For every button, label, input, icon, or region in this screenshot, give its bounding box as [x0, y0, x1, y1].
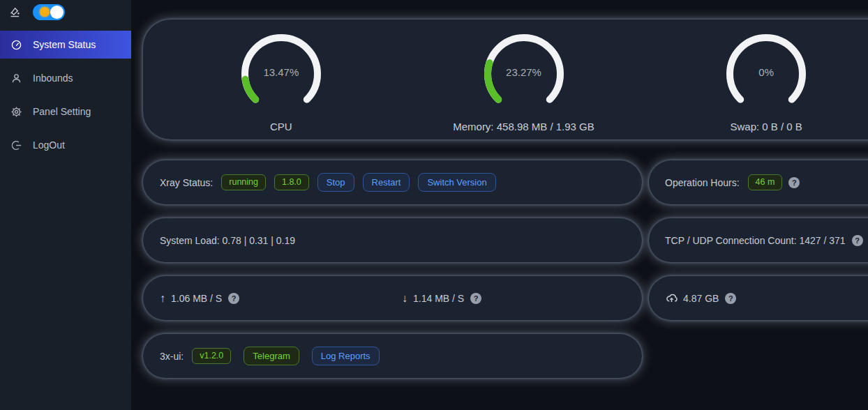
- sun-icon: [40, 7, 50, 17]
- sidebar-item-panel-setting[interactable]: Panel Setting: [0, 98, 131, 126]
- memory-gauge-label: Memory: 458.98 MB / 1.93 GB: [453, 121, 594, 132]
- cpu-gauge: 13.47% CPU: [160, 20, 403, 139]
- app-version-tag: v1.2.0: [192, 348, 231, 364]
- log-reports-button[interactable]: Log Reports: [312, 347, 380, 365]
- upload-speed: ↑ 1.06 MB / S ?: [143, 292, 400, 305]
- sidebar: System Status Inbounds Panel Setting: [0, 0, 131, 410]
- xray-status-card: Xray Status: running 1.8.0 Stop Restart …: [143, 160, 642, 204]
- total-usage-text: 4.87 GB: [683, 293, 719, 304]
- system-load-card: System Load: 0.78 | 0.31 | 0.19: [143, 218, 642, 262]
- cloud-upload-icon: [665, 291, 678, 305]
- upload-speed-text: 1.06 MB / S: [171, 293, 222, 304]
- restart-button[interactable]: Restart: [363, 173, 410, 192]
- app-label: 3x-ui:: [160, 351, 184, 362]
- user-icon: [10, 73, 22, 84]
- memory-gauge-value: 23.27%: [468, 66, 580, 78]
- sidebar-menu: System Status Inbounds Panel Setting: [0, 31, 131, 159]
- connections-card: TCP / UDP Connection Count: 1427 / 371 ?: [649, 218, 868, 262]
- arrow-up-icon: ↑: [160, 292, 165, 305]
- dashboard-icon: [10, 39, 22, 51]
- theme-colors-icon[interactable]: [8, 6, 22, 19]
- xray-version-tag: 1.8.0: [274, 174, 309, 190]
- arrow-down-icon: ↓: [402, 292, 407, 305]
- theme-toggle[interactable]: [33, 4, 65, 20]
- sidebar-item-system-status[interactable]: System Status: [0, 31, 131, 59]
- stop-button[interactable]: Stop: [317, 173, 354, 192]
- swap-gauge-value: 0%: [710, 66, 822, 78]
- logout-icon: [10, 139, 22, 151]
- total-usage-card: 4.87 GB ?: [649, 276, 868, 320]
- sidebar-item-label: System Status: [33, 39, 96, 50]
- help-icon[interactable]: ?: [852, 235, 863, 246]
- telegram-button[interactable]: Telegram: [244, 347, 299, 365]
- cpu-gauge-label: CPU: [270, 121, 292, 132]
- help-icon[interactable]: ?: [788, 177, 800, 188]
- help-icon[interactable]: ?: [725, 293, 736, 304]
- sidebar-item-inbounds[interactable]: Inbounds: [0, 64, 131, 92]
- connections-text: TCP / UDP Connection Count: 1427 / 371: [665, 235, 846, 246]
- help-icon[interactable]: ?: [470, 293, 481, 304]
- network-speed-card: ↑ 1.06 MB / S ? ↓ 1.14 MB / S ?: [143, 276, 642, 320]
- system-load-text: System Load: 0.78 | 0.31 | 0.19: [160, 235, 295, 246]
- sidebar-topbar: [0, 0, 131, 24]
- swap-gauge: 0% Swap: 0 B / 0 B: [645, 20, 868, 139]
- sidebar-item-label: LogOut: [33, 139, 65, 151]
- operation-hours-tag: 46 m: [748, 174, 783, 190]
- operation-hours-label: Operation Hours:: [665, 177, 740, 188]
- toggle-knob: [50, 6, 63, 19]
- swap-gauge-label: Swap: 0 B / 0 B: [730, 121, 802, 132]
- switch-version-button[interactable]: Switch Version: [418, 173, 495, 192]
- download-speed-text: 1.14 MB / S: [413, 293, 464, 304]
- sidebar-item-label: Inbounds: [33, 73, 73, 84]
- xray-status-label: Xray Status:: [160, 177, 213, 188]
- memory-gauge: 23.27% Memory: 458.98 MB / 1.93 GB: [403, 20, 645, 139]
- xray-status-tag: running: [221, 174, 266, 190]
- sidebar-item-logout[interactable]: LogOut: [0, 131, 131, 159]
- cpu-gauge-value: 13.47%: [225, 66, 337, 78]
- gear-icon: [10, 106, 22, 118]
- download-speed: ↓ 1.14 MB / S ?: [400, 292, 642, 305]
- help-icon[interactable]: ?: [228, 293, 239, 304]
- app-info-card: 3x-ui: v1.2.0 Telegram Log Reports: [143, 334, 642, 378]
- gauges-card: 13.47% CPU 23.27% Memory: 458.98 MB / 1.…: [143, 20, 868, 139]
- sidebar-item-label: Panel Setting: [33, 106, 91, 117]
- operation-hours-card: Operation Hours: 46 m ?: [649, 160, 868, 204]
- main-content: 13.47% CPU 23.27% Memory: 458.98 MB / 1.…: [143, 20, 868, 378]
